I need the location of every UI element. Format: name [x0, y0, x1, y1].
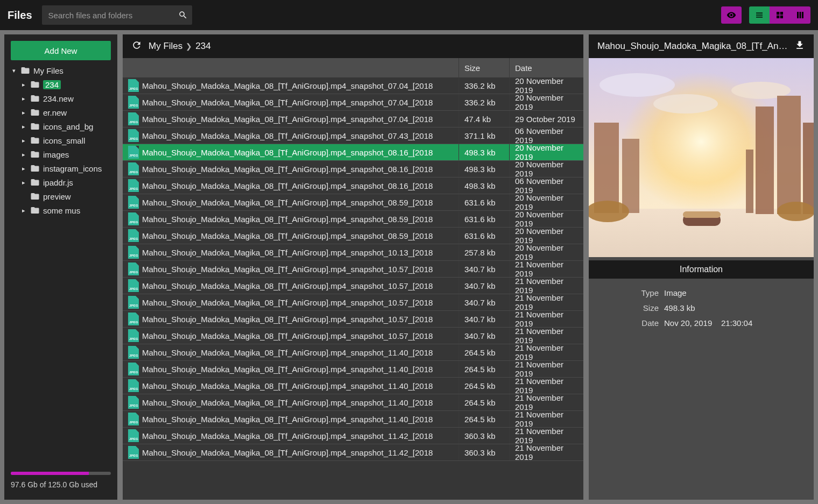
file-size: 336.2 kb: [459, 94, 509, 110]
file-date: 21 November 2019: [509, 328, 583, 344]
table-row[interactable]: Mahou_Shoujo_Madoka_Magika_08_[Tf_AniGro…: [123, 228, 583, 244]
search-input[interactable]: [42, 5, 174, 25]
tree-item[interactable]: ▸some mus: [11, 203, 111, 217]
table-row[interactable]: Mahou_Shoujo_Madoka_Magika_08_[Tf_AniGro…: [123, 378, 583, 394]
jpeg-file-icon: [128, 96, 139, 109]
chevron-right-icon: ❯: [186, 42, 192, 51]
table-row[interactable]: Mahou_Shoujo_Madoka_Magika_08_[Tf_AniGro…: [123, 261, 583, 278]
table-row[interactable]: Mahou_Shoujo_Madoka_Magika_08_[Tf_AniGro…: [123, 144, 583, 161]
folder-icon: [20, 66, 30, 75]
list-view-button[interactable]: [749, 6, 770, 24]
table-body[interactable]: Mahou_Shoujo_Madoka_Magika_08_[Tf_AniGro…: [123, 77, 583, 500]
grid-view-button[interactable]: [770, 6, 790, 24]
info-label-date: Date: [589, 318, 664, 333]
details-header: Mahou_Shoujo_Madoka_Magika_08_[Tf_AniGro…: [589, 34, 814, 58]
jpeg-file-icon: [128, 162, 139, 175]
file-size: 47.4 kb: [459, 111, 509, 127]
tree-item-label: instagram_icons: [43, 164, 102, 173]
jpeg-file-icon: [128, 262, 139, 275]
jpeg-file-icon: [128, 146, 139, 159]
file-size: 360.3 kb: [459, 428, 509, 444]
tree-item-label: some mus: [43, 206, 80, 215]
refresh-button[interactable]: [131, 40, 142, 53]
folder-icon: [30, 94, 40, 103]
table-row[interactable]: Mahou_Shoujo_Madoka_Magika_08_[Tf_AniGro…: [123, 444, 583, 461]
file-name: Mahou_Shoujo_Madoka_Magika_08_[Tf_AniGro…: [142, 181, 433, 190]
file-name: Mahou_Shoujo_Madoka_Magika_08_[Tf_AniGro…: [142, 165, 433, 174]
tree-item[interactable]: ▸er.new: [11, 105, 111, 119]
download-button[interactable]: [794, 40, 805, 53]
table-row[interactable]: Mahou_Shoujo_Madoka_Magika_08_[Tf_AniGro…: [123, 111, 583, 127]
tree-item[interactable]: ▸234: [11, 77, 111, 91]
chevron-right-icon: ▸: [20, 137, 27, 144]
folder-icon: [30, 150, 40, 159]
table-row[interactable]: Mahou_Shoujo_Madoka_Magika_08_[Tf_AniGro…: [123, 94, 583, 111]
jpeg-file-icon: [128, 79, 139, 92]
tree-item[interactable]: ▸instagram_icons: [11, 161, 111, 175]
col-header-date[interactable]: Date: [509, 58, 583, 77]
tree-item-label: 234.new: [43, 94, 74, 103]
table-row[interactable]: Mahou_Shoujo_Madoka_Magika_08_[Tf_AniGro…: [123, 394, 583, 411]
details-title: Mahou_Shoujo_Madoka_Magika_08_[Tf_AniGro…: [597, 41, 788, 52]
refresh-icon: [131, 40, 142, 51]
folder-icon: [30, 191, 40, 201]
jpeg-file-icon: [128, 446, 139, 459]
file-size: 264.5 kb: [459, 378, 509, 394]
file-name: Mahou_Shoujo_Madoka_Magika_08_[Tf_AniGro…: [142, 331, 433, 340]
file-name: Mahou_Shoujo_Madoka_Magika_08_[Tf_AniGro…: [142, 198, 433, 207]
chevron-right-icon: ▸: [20, 179, 27, 186]
eye-button[interactable]: [721, 6, 742, 24]
svg-rect-11: [746, 150, 753, 213]
table-row[interactable]: Mahou_Shoujo_Madoka_Magika_08_[Tf_AniGro…: [123, 328, 583, 344]
svg-rect-7: [622, 139, 639, 213]
table-row[interactable]: Mahou_Shoujo_Madoka_Magika_08_[Tf_AniGro…: [123, 411, 583, 428]
tree-root[interactable]: ▾ My Files: [11, 63, 111, 77]
table-row[interactable]: Mahou_Shoujo_Madoka_Magika_08_[Tf_AniGro…: [123, 127, 583, 144]
svg-point-13: [777, 202, 814, 221]
table-row[interactable]: Mahou_Shoujo_Madoka_Magika_08_[Tf_AniGro…: [123, 294, 583, 311]
table-row[interactable]: Mahou_Shoujo_Madoka_Magika_08_[Tf_AniGro…: [123, 344, 583, 361]
search-wrap: [42, 5, 192, 25]
table-row[interactable]: Mahou_Shoujo_Madoka_Magika_08_[Tf_AniGro…: [123, 278, 583, 294]
breadcrumb-current: 234: [195, 41, 210, 52]
file-size: 340.7 kb: [459, 311, 509, 327]
tree-item[interactable]: ▸234.new: [11, 91, 111, 105]
columns-view-button[interactable]: [790, 6, 810, 24]
grid-icon: [775, 10, 785, 20]
chevron-down-icon: ▾: [11, 67, 17, 74]
file-name: Mahou_Shoujo_Madoka_Magika_08_[Tf_AniGro…: [142, 115, 433, 124]
tree-item[interactable]: ▸icons_small: [11, 133, 111, 147]
table-row[interactable]: Mahou_Shoujo_Madoka_Magika_08_[Tf_AniGro…: [123, 178, 583, 194]
search-button[interactable]: [174, 5, 192, 25]
file-date: 21 November 2019: [509, 394, 583, 410]
jpeg-file-icon: [128, 346, 139, 359]
file-date: 21 November 2019: [509, 311, 583, 327]
table-row[interactable]: Mahou_Shoujo_Madoka_Magika_08_[Tf_AniGro…: [123, 194, 583, 211]
svg-rect-9: [777, 96, 801, 214]
jpeg-file-icon: [128, 279, 139, 292]
tree-item[interactable]: preview: [11, 189, 111, 203]
breadcrumb-root[interactable]: My Files: [149, 41, 182, 52]
tree-item[interactable]: ▸ipaddr.js: [11, 175, 111, 189]
tree-item[interactable]: ▸icons_and_bg: [11, 119, 111, 133]
tree-item[interactable]: ▸images: [11, 147, 111, 161]
add-new-button[interactable]: Add New: [11, 41, 111, 60]
table-row[interactable]: Mahou_Shoujo_Madoka_Magika_08_[Tf_AniGro…: [123, 211, 583, 228]
svg-point-3: [653, 94, 718, 113]
table-row[interactable]: Mahou_Shoujo_Madoka_Magika_08_[Tf_AniGro…: [123, 361, 583, 378]
tree-item-label: preview: [43, 192, 71, 201]
table-row[interactable]: Mahou_Shoujo_Madoka_Magika_08_[Tf_AniGro…: [123, 77, 583, 94]
file-size: 257.8 kb: [459, 244, 509, 260]
col-header-size[interactable]: Size: [459, 58, 509, 77]
file-size: 498.3 kb: [459, 144, 509, 160]
info-row-size: Size 498.3 kb: [589, 303, 814, 318]
table-row[interactable]: Mahou_Shoujo_Madoka_Magika_08_[Tf_AniGro…: [123, 311, 583, 328]
table-row[interactable]: Mahou_Shoujo_Madoka_Magika_08_[Tf_AniGro…: [123, 428, 583, 444]
table-row[interactable]: Mahou_Shoujo_Madoka_Magika_08_[Tf_AniGro…: [123, 244, 583, 261]
jpeg-file-icon: [128, 363, 139, 375]
table-row[interactable]: Mahou_Shoujo_Madoka_Magika_08_[Tf_AniGro…: [123, 161, 583, 178]
tree-item-label: 234: [43, 80, 61, 89]
file-name: Mahou_Shoujo_Madoka_Magika_08_[Tf_AniGro…: [142, 298, 433, 307]
info-label-size: Size: [589, 303, 664, 318]
folder-tree: ▾ My Files ▸234▸234.new▸er.new▸icons_and…: [11, 63, 111, 472]
